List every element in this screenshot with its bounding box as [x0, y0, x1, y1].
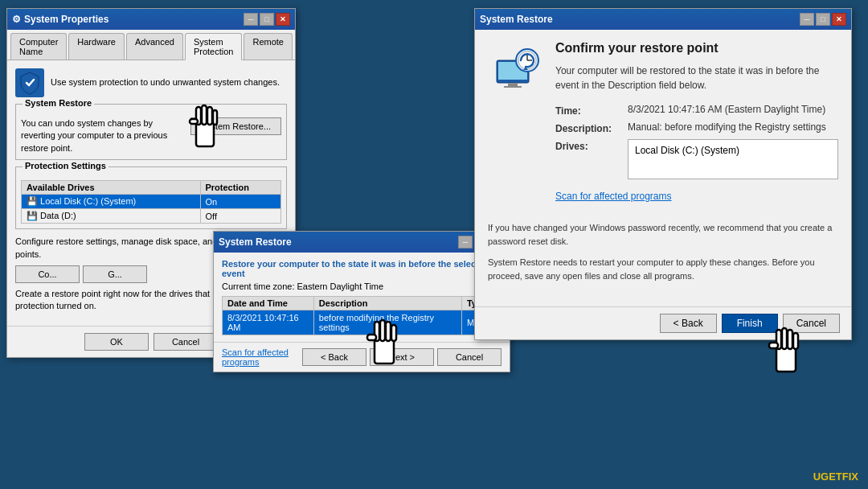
confirm-warning-2: System Restore needs to restart your com… — [488, 256, 838, 282]
restore-timezone: Current time zone: Eastern Daylight Time — [222, 281, 502, 291]
table-row[interactable]: 💾 Data (D:) Off — [22, 209, 281, 224]
drive-name-d: 💾 Data (D:) — [22, 209, 201, 224]
confirm-restore-footer: < Back Finish Cancel — [475, 306, 851, 339]
system-properties-window-controls: ─ □ ✕ — [244, 13, 290, 26]
tab-hardware[interactable]: Hardware — [68, 33, 125, 60]
protection-icon — [15, 68, 44, 97]
confirm-restore-body: Confirm your restore point Your computer… — [475, 30, 851, 306]
svg-rect-21 — [776, 344, 796, 372]
cancel-button-confirm[interactable]: Cancel — [783, 314, 840, 333]
restore-table-header-datetime: Date and Time — [223, 297, 314, 310]
confirm-warning-1: If you have changed your Windows passwor… — [488, 221, 838, 248]
tab-computer-name[interactable]: Computer Name — [10, 33, 67, 60]
scan-for-affected-link[interactable]: Scan for affected programs — [555, 191, 838, 202]
tab-advanced[interactable]: Advanced — [126, 33, 183, 60]
drives-label: Drives: — [555, 139, 620, 179]
system-restore-content: You can undo system changes by reverting… — [21, 117, 281, 154]
configure-button[interactable]: Co... — [15, 265, 80, 283]
system-restore-wizard-title: System Restore — [219, 236, 292, 248]
cancel-button[interactable]: Cancel — [154, 333, 218, 351]
next-button-restore[interactable]: Next > — [370, 348, 434, 366]
restore-wizard-description: Restore your computer to the state it wa… — [222, 259, 502, 278]
system-restore-wizard-body: Restore your computer to the state it wa… — [214, 253, 510, 342]
close-button-3[interactable]: ✕ — [832, 13, 846, 26]
confirm-details: Time: 8/3/2021 10:47:16 AM (Eastern Dayl… — [555, 104, 838, 179]
minimize-button-2[interactable]: ─ — [458, 236, 473, 249]
drives-box: Local Disk (C:) (System) — [628, 139, 838, 179]
tab-remote[interactable]: Remote — [244, 33, 293, 60]
restore-point-datetime: 8/3/2021 10:47:16 AM — [223, 310, 314, 335]
back-button-restore[interactable]: < Back — [302, 348, 366, 366]
drives-table-header-name: Available Drives — [22, 181, 201, 195]
drives-value: Local Disk (C:) (System) — [635, 145, 739, 156]
system-restore-wizard-window: System Restore ─ □ ✕ Restore your comput… — [213, 231, 510, 372]
drive-protection-d: Off — [200, 209, 281, 224]
system-properties-title-icon: ⚙ — [12, 14, 21, 25]
restore-clock-icon — [490, 44, 542, 96]
system-restore-text: You can undo system changes by reverting… — [21, 117, 184, 154]
restore-point-row[interactable]: 8/3/2021 10:47:16 AM before modifying th… — [223, 310, 502, 335]
confirm-restore-title: System Restore — [480, 14, 553, 25]
table-row[interactable]: 💾 Local Disk (C:) (System) On — [22, 195, 281, 209]
shield-icon — [18, 71, 42, 95]
svg-rect-26 — [769, 343, 778, 348]
watermark-text1: UGET — [813, 471, 842, 483]
protection-settings-group: Protection Settings Available Drives Pro… — [15, 166, 287, 229]
system-properties-tabs: Computer Name Hardware Advanced System P… — [7, 30, 295, 60]
confirm-desc: Your computer will be restored to the st… — [555, 64, 838, 92]
ok-button[interactable]: OK — [84, 333, 149, 351]
cancel-button-restore[interactable]: Cancel — [437, 348, 502, 366]
system-restore-wizard-titlebar: System Restore ─ □ ✕ — [214, 232, 510, 253]
confirm-header-area: Confirm your restore point Your computer… — [488, 41, 838, 212]
drives-table-header-protection: Protection — [200, 181, 281, 195]
maximize-button[interactable]: □ — [260, 13, 274, 26]
restore-wizard-nav-buttons: < Back Next > Cancel — [302, 348, 502, 366]
confirm-restore-controls: ─ □ ✕ — [800, 13, 846, 26]
finish-button[interactable]: Finish — [722, 314, 778, 333]
drives-table: Available Drives Protection 💾 Local Disk… — [21, 180, 281, 224]
system-restore-wizard-footer: Scan for affected programs < Back Next >… — [214, 342, 510, 372]
confirm-icon-area — [488, 41, 544, 212]
drive-protection-c: On — [200, 195, 281, 209]
minimize-button-3[interactable]: ─ — [800, 13, 814, 26]
minimize-button[interactable]: ─ — [244, 13, 258, 26]
close-button[interactable]: ✕ — [276, 13, 290, 26]
system-properties-title: System Properties — [24, 14, 108, 25]
system-restore-group: System Restore You can undo system chang… — [15, 104, 287, 160]
system-properties-titlebar: ⚙ System Properties ─ □ ✕ — [7, 9, 295, 30]
system-restore-group-label: System Restore — [23, 98, 94, 108]
confirm-text-area: Confirm your restore point Your computer… — [555, 41, 838, 212]
section-text: Use system protection to undo unwanted s… — [51, 76, 280, 88]
tab-system-protection[interactable]: System Protection — [185, 33, 243, 60]
system-restore-button[interactable]: System Restore... — [190, 117, 281, 135]
time-label: Time: — [555, 104, 620, 117]
description-value: Manual: before modifying the Registry se… — [628, 121, 838, 134]
restore-table-header-description: Description — [313, 297, 461, 310]
svg-rect-3 — [504, 86, 522, 88]
description-label: Description: — [555, 121, 620, 134]
watermark-text2: FIX — [842, 471, 858, 483]
restore-points-table: Date and Time Description Type 8/3/2021 … — [222, 296, 502, 335]
drive-name-c: 💾 Local Disk (C:) (System) — [22, 195, 201, 209]
confirm-restore-titlebar: System Restore ─ □ ✕ — [475, 9, 851, 30]
restore-point-description: before modifying the Registry settings — [313, 310, 461, 335]
create-button[interactable]: G... — [83, 265, 147, 283]
scan-affected-link[interactable]: Scan for affected programs — [222, 347, 302, 367]
back-button-confirm[interactable]: < Back — [660, 314, 717, 333]
confirm-title: Confirm your restore point — [555, 41, 838, 55]
maximize-button-3[interactable]: □ — [816, 13, 830, 26]
time-value: 8/3/2021 10:47:16 AM (Eastern Daylight T… — [628, 104, 838, 117]
confirm-restore-window: System Restore ─ □ ✕ — [474, 8, 852, 340]
section-header: Use system protection to undo unwanted s… — [15, 68, 287, 97]
watermark: UGETFIX — [813, 471, 858, 483]
protection-settings-label: Protection Settings — [23, 161, 108, 171]
